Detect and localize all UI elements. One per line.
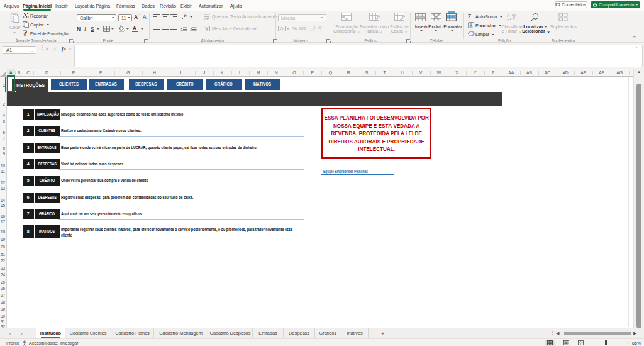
svg-text:Z: Z (507, 18, 509, 22)
svg-text:→.0: →.0 (318, 30, 321, 31)
svg-text:←.0: ←.0 (310, 26, 316, 30)
svg-text:A: A (507, 14, 509, 18)
svg-text:.00: .00 (310, 30, 313, 31)
svg-text:.00: .00 (318, 26, 322, 30)
